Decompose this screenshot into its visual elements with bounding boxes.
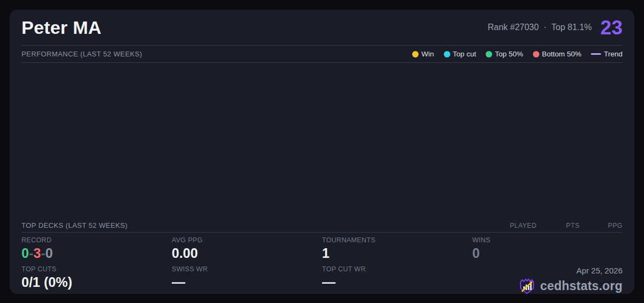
stat-label: WINS — [472, 236, 623, 244]
swiss-wr-value: — — [172, 275, 322, 290]
legend-label: Trend — [604, 50, 623, 58]
card-date: Apr 25, 2026 — [576, 266, 623, 275]
legend-item-trend: Trend — [591, 50, 623, 58]
stat-record: RECORD 0-3-0 — [21, 236, 172, 265]
bottom50-dot-icon — [533, 51, 539, 57]
rank-separator: · — [544, 23, 546, 32]
stat-label: RECORD — [21, 236, 172, 244]
win-dot-icon — [412, 51, 419, 57]
legend-item-bottom50: Bottom 50% — [533, 50, 582, 58]
stat-label: TOP CUT WR — [322, 265, 472, 273]
top-decks-header-row: TOP DECKS (LAST 52 WEEKS) PLAYED PTS PPG — [21, 219, 623, 233]
rank-text: Rank #27030 — [488, 23, 539, 32]
legend-label: Win — [421, 50, 434, 58]
record-separator: - — [29, 246, 33, 261]
top-cuts-value: 0/1 (0%) — [21, 275, 172, 290]
player-score: 23 — [601, 18, 623, 38]
rank-summary: Rank #27030 · Top 81.1% 23 — [488, 18, 623, 38]
legend-label: Bottom 50% — [542, 50, 582, 58]
record-value: 0-3-0 — [21, 246, 172, 261]
rank-line: Rank #27030 · Top 81.1% — [488, 23, 592, 32]
top-decks-columns: PLAYED PTS PPG — [472, 222, 623, 229]
performance-header-row: PERFORMANCE (LAST 52 WEEKS) Win Top cut … — [21, 46, 623, 63]
player-name: Peter MA — [21, 17, 101, 38]
stat-avg-ppg: AVG PPG 0.00 — [172, 236, 322, 265]
footer-branding: Apr 25, 2026 cedhstats.org — [472, 265, 623, 294]
record-losses: 3 — [33, 246, 41, 261]
stat-tournaments: TOURNAMENTS 1 — [322, 236, 472, 265]
stat-top-cut-wr: TOP CUT WR — — [322, 265, 472, 294]
stats-grid: RECORD 0-3-0 AVG PPG 0.00 TOURNAMENTS 1 … — [21, 233, 623, 294]
stat-swiss-wr: SWISS WR — — [172, 265, 322, 294]
legend-label: Top cut — [453, 50, 477, 58]
column-header-pts: PTS — [537, 222, 580, 229]
wins-value: 0 — [472, 246, 623, 261]
top50-dot-icon — [486, 51, 492, 57]
trend-line-icon — [591, 53, 601, 55]
tournaments-value: 1 — [322, 246, 472, 261]
legend-item-top50: Top 50% — [486, 50, 523, 58]
brand-name: cedhstats.org — [540, 279, 623, 293]
record-draws: 0 — [45, 246, 53, 261]
top-cut-dot-icon — [444, 51, 450, 57]
brand-row: cedhstats.org — [518, 277, 623, 294]
stat-label: TOURNAMENTS — [322, 236, 472, 244]
column-header-ppg: PPG — [580, 222, 623, 229]
top-cut-wr-value: — — [322, 275, 472, 290]
card-header: Peter MA Rank #27030 · Top 81.1% 23 — [21, 10, 623, 46]
legend-item-top-cut: Top cut — [444, 50, 477, 58]
column-header-played: PLAYED — [472, 222, 537, 229]
stat-label: TOP CUTS — [21, 265, 172, 273]
stat-top-cuts: TOP CUTS 0/1 (0%) — [21, 265, 172, 294]
performance-title: PERFORMANCE (LAST 52 WEEKS) — [21, 50, 142, 58]
stat-label: AVG PPG — [172, 236, 322, 244]
chart-legend: Win Top cut Top 50% Bottom 50% Trend — [412, 50, 623, 58]
stat-wins: WINS 0 — [472, 236, 623, 265]
stat-label: SWISS WR — [172, 265, 322, 273]
performance-chart-area — [21, 63, 623, 219]
player-stats-card: Peter MA Rank #27030 · Top 81.1% 23 PERF… — [10, 10, 634, 294]
top-decks-title: TOP DECKS (LAST 52 WEEKS) — [21, 221, 128, 229]
cedhstats-shield-logo-icon — [518, 277, 536, 294]
legend-item-win: Win — [412, 50, 434, 58]
record-wins: 0 — [21, 246, 29, 261]
top-percent-text: Top 81.1% — [551, 23, 592, 32]
avg-ppg-value: 0.00 — [172, 246, 322, 261]
legend-label: Top 50% — [495, 50, 523, 58]
